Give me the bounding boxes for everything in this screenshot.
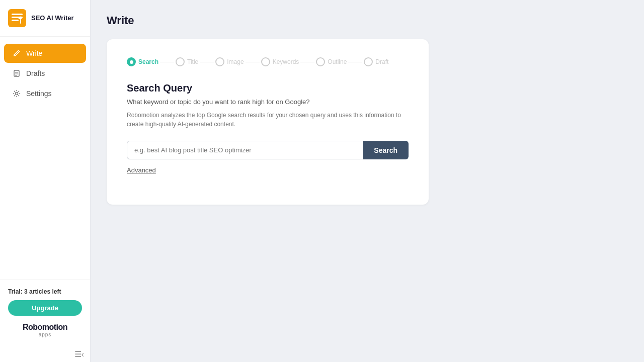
svg-rect-1 xyxy=(12,14,23,15)
step-circle-image xyxy=(215,57,224,66)
search-input[interactable] xyxy=(127,141,363,159)
app-name: SEO AI Writer xyxy=(31,14,74,23)
gear-icon xyxy=(12,89,21,98)
step-line-4 xyxy=(300,62,314,62)
form-title: Search Query xyxy=(127,82,409,94)
step-label-search: Search xyxy=(138,58,158,65)
step-search: Search xyxy=(127,57,158,66)
sidebar-bottom: Trial: 3 articles left Upgrade Robomotio… xyxy=(0,280,90,345)
upgrade-button[interactable]: Upgrade xyxy=(8,300,82,316)
step-label-keywords: Keywords xyxy=(273,58,299,65)
step-line-3 xyxy=(246,62,260,62)
step-line-1 xyxy=(160,62,174,62)
sidebar-item-write-label: Write xyxy=(26,49,42,57)
search-row: Search xyxy=(127,141,409,159)
trial-count: 3 xyxy=(24,288,28,295)
step-keywords: Keywords xyxy=(261,57,299,66)
write-card: Search Title Image Keywords xyxy=(107,39,429,205)
step-circle-search xyxy=(127,57,136,66)
step-circle-outline xyxy=(316,57,325,66)
step-draft: Draft xyxy=(364,57,388,66)
step-label-title: Title xyxy=(187,58,198,65)
sidebar-item-settings[interactable]: Settings xyxy=(4,84,86,103)
svg-point-10 xyxy=(16,93,18,95)
sidebar-toggle[interactable]: ☰‹ xyxy=(0,345,90,362)
sidebar-item-write[interactable]: Write xyxy=(4,44,86,63)
svg-rect-4 xyxy=(20,19,21,24)
document-icon xyxy=(12,69,21,78)
logo-icon xyxy=(8,9,26,27)
step-circle-title xyxy=(176,57,185,66)
robomotion-name: Robomotion xyxy=(23,323,67,332)
form-description: Robomotion analyzes the top Google searc… xyxy=(127,111,409,129)
step-title: Title xyxy=(176,57,198,66)
sidebar-item-settings-label: Settings xyxy=(26,89,52,98)
step-circle-keywords xyxy=(261,57,270,66)
sidebar-item-drafts[interactable]: Drafts xyxy=(4,64,86,83)
collapse-icon[interactable]: ☰‹ xyxy=(74,349,84,359)
step-label-outline: Outline xyxy=(328,58,347,65)
pencil-icon xyxy=(12,49,21,58)
advanced-link[interactable]: Advanced xyxy=(127,166,156,174)
step-line-5 xyxy=(348,62,362,62)
trial-info: Trial: 3 articles left xyxy=(8,288,82,295)
step-image: Image xyxy=(215,57,244,66)
step-label-draft: Draft xyxy=(375,58,388,65)
svg-rect-3 xyxy=(12,20,19,21)
step-label-image: Image xyxy=(227,58,244,65)
sidebar: SEO AI Writer Write Drafts xyxy=(0,0,91,362)
stepper: Search Title Image Keywords xyxy=(127,57,409,66)
form-subtitle: What keyword or topic do you want to ran… xyxy=(127,98,409,106)
search-button[interactable]: Search xyxy=(363,141,409,159)
sidebar-item-drafts-label: Drafts xyxy=(26,69,45,77)
robomotion-brand: Robomotion apps xyxy=(8,323,82,337)
app-logo: SEO AI Writer xyxy=(0,0,90,37)
step-circle-draft xyxy=(364,57,373,66)
step-outline: Outline xyxy=(316,57,347,66)
sidebar-navigation: Write Drafts Settings xyxy=(0,37,90,280)
main-content: Write Search Title Image xyxy=(91,0,644,362)
page-title: Write xyxy=(107,14,628,27)
robomotion-sub: apps xyxy=(39,332,52,337)
step-line-2 xyxy=(200,62,214,62)
